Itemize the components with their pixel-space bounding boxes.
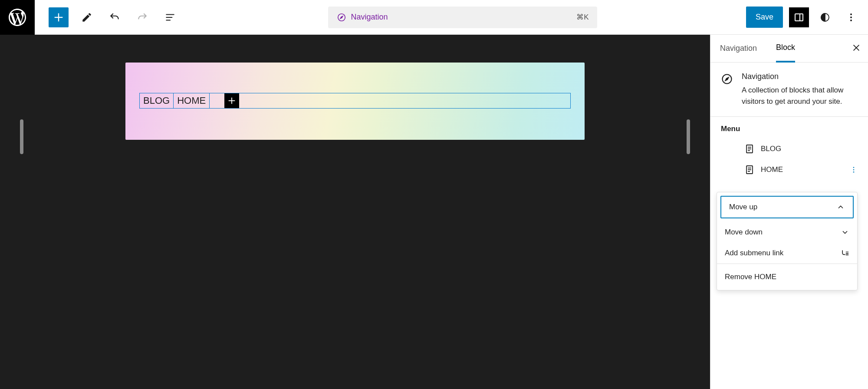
svg-point-29	[853, 171, 855, 173]
tab-navigation[interactable]: Navigation	[720, 44, 757, 53]
submenu-icon	[841, 249, 849, 257]
toolbar-right: Save	[746, 7, 861, 28]
move-up-option[interactable]: Move up	[720, 196, 854, 218]
block-title: Navigation	[742, 72, 858, 81]
svg-point-10	[850, 13, 852, 15]
menu-item-label: HOME	[761, 165, 783, 174]
block-info-panel: Navigation A collection of blocks that a…	[710, 63, 868, 117]
page-icon	[744, 165, 755, 175]
compass-icon	[337, 13, 346, 22]
sidebar-tabs: Navigation Block	[710, 35, 868, 63]
settings-sidebar: Navigation Block Navigation A collection…	[710, 35, 868, 389]
remove-label: Remove HOME	[725, 273, 776, 281]
svg-point-27	[853, 167, 855, 168]
editor-header: Navigation ⌘K Save	[0, 0, 868, 35]
block-description: A collection of blocks that allow visito…	[742, 85, 858, 107]
menu-heading: Menu	[721, 125, 858, 133]
nav-link[interactable]: BLOG	[140, 93, 174, 108]
styles-icon[interactable]	[815, 7, 835, 27]
undo-icon[interactable]	[105, 8, 124, 27]
compass-icon	[721, 73, 733, 85]
chevron-up-icon	[836, 203, 845, 211]
move-down-option[interactable]: Move down	[717, 222, 857, 243]
add-submenu-option[interactable]: Add submenu link	[717, 243, 857, 264]
tab-block[interactable]: Block	[776, 35, 795, 63]
document-bar-button[interactable]: Navigation ⌘K	[328, 7, 597, 28]
move-up-label: Move up	[729, 203, 757, 211]
remove-option[interactable]: Remove HOME	[717, 264, 857, 290]
document-title: Navigation	[351, 13, 388, 22]
menu-section: Menu BLOG HOME	[710, 117, 868, 181]
editor-main: BLOG HOME Navigation Block Navigation A …	[0, 35, 868, 389]
resize-handle-left[interactable]	[20, 119, 23, 154]
svg-marker-18	[726, 78, 729, 81]
more-options-icon[interactable]	[841, 7, 861, 27]
svg-point-11	[850, 16, 852, 18]
svg-rect-7	[795, 14, 803, 21]
nav-link[interactable]: HOME	[174, 93, 210, 108]
menu-item-actions-popover: Move up Move down Add submenu link Remov…	[717, 192, 858, 290]
close-sidebar-button[interactable]	[852, 43, 861, 54]
wordpress-logo[interactable]	[0, 0, 35, 35]
svg-point-28	[853, 169, 855, 171]
page-icon	[744, 144, 755, 154]
save-button[interactable]: Save	[746, 7, 783, 28]
svg-marker-6	[341, 16, 343, 19]
toolbar-left	[35, 7, 180, 27]
resize-handle-right[interactable]	[687, 119, 690, 154]
document-bar: Navigation ⌘K	[180, 7, 746, 28]
edit-tool-icon[interactable]	[77, 8, 96, 27]
menu-item[interactable]: HOME	[744, 162, 858, 178]
svg-point-12	[850, 20, 852, 21]
chevron-down-icon	[841, 228, 849, 237]
canvas-area: BLOG HOME	[0, 35, 710, 389]
menu-item[interactable]: BLOG	[744, 141, 858, 157]
document-overview-icon[interactable]	[161, 8, 180, 27]
add-submenu-label: Add submenu link	[725, 249, 783, 257]
menu-item-label: BLOG	[761, 145, 781, 153]
keyboard-shortcut: ⌘K	[576, 13, 589, 22]
add-nav-item-button[interactable]	[224, 93, 239, 108]
menu-item-more-icon[interactable]	[850, 166, 858, 174]
add-block-button[interactable]	[49, 7, 69, 27]
move-down-label: Move down	[725, 228, 763, 237]
settings-sidebar-toggle[interactable]	[789, 7, 809, 27]
redo-icon	[133, 8, 152, 27]
navigation-block[interactable]: BLOG HOME	[139, 93, 571, 109]
template-canvas[interactable]: BLOG HOME	[125, 63, 585, 140]
